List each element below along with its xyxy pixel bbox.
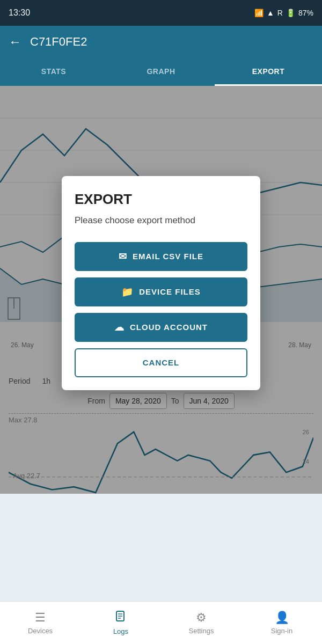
wifi-icon: ▲ <box>267 9 274 17</box>
logs-icon <box>115 610 127 625</box>
bottom-nav: ☰ Devices Logs ⚙ Settings 👤 Sign-in <box>0 601 322 644</box>
battery-percent: 87% <box>298 9 313 17</box>
modal-title: EXPORT <box>75 191 247 208</box>
app-bar: ← C71F0FE2 <box>0 26 322 58</box>
back-button[interactable]: ← <box>9 34 21 49</box>
email-csv-button[interactable]: ✉ EMAIL CSV FILE <box>75 242 247 271</box>
app-bar-title: C71F0FE2 <box>30 35 87 49</box>
nav-logs[interactable]: Logs <box>80 610 161 635</box>
status-bar: 13:30 📶 ▲ R 🔋 87% <box>0 0 322 26</box>
cancel-button[interactable]: CANCEL <box>75 348 247 377</box>
nav-settings[interactable]: ⚙ Settings <box>161 611 241 635</box>
tab-graph[interactable]: GRAPH <box>107 58 215 86</box>
bluetooth-icon: 📶 <box>254 9 264 17</box>
signal-icon: R <box>277 9 283 17</box>
nav-signin[interactable]: 👤 Sign-in <box>241 611 322 635</box>
nav-logs-label: Logs <box>113 627 128 635</box>
tab-stats[interactable]: STATS <box>0 58 107 86</box>
email-csv-label: EMAIL CSV FILE <box>133 252 203 261</box>
cancel-label: CANCEL <box>143 358 180 367</box>
signin-icon: 👤 <box>275 611 289 625</box>
settings-icon: ⚙ <box>196 611 207 625</box>
nav-settings-label: Settings <box>189 627 214 635</box>
cloud-account-button[interactable]: ☁ CLOUD ACCOUNT <box>75 313 247 342</box>
modal-subtitle: Please choose export method <box>75 214 247 227</box>
bg-content: 26. May 28. May Temperature Period 1h 1d… <box>0 86 322 494</box>
tab-export[interactable]: EXPORT <box>215 58 322 86</box>
folder-icon: 📁 <box>121 286 134 298</box>
device-files-label: DEVICE FILES <box>139 287 201 296</box>
cloud-account-label: CLOUD ACCOUNT <box>130 323 208 332</box>
nav-devices-label: Devices <box>28 627 53 635</box>
export-modal: EXPORT Please choose export method ✉ EMA… <box>62 176 260 390</box>
status-time: 13:30 <box>9 8 30 18</box>
nav-signin-label: Sign-in <box>271 627 292 635</box>
email-icon: ✉ <box>119 251 127 262</box>
battery-icon: 🔋 <box>286 9 295 17</box>
tab-bar: STATS GRAPH EXPORT <box>0 58 322 86</box>
status-icons: 📶 ▲ R 🔋 87% <box>254 9 313 17</box>
device-files-button[interactable]: 📁 DEVICE FILES <box>75 277 247 306</box>
devices-icon: ☰ <box>35 611 46 625</box>
nav-devices[interactable]: ☰ Devices <box>0 611 80 635</box>
cloud-icon: ☁ <box>114 321 125 333</box>
